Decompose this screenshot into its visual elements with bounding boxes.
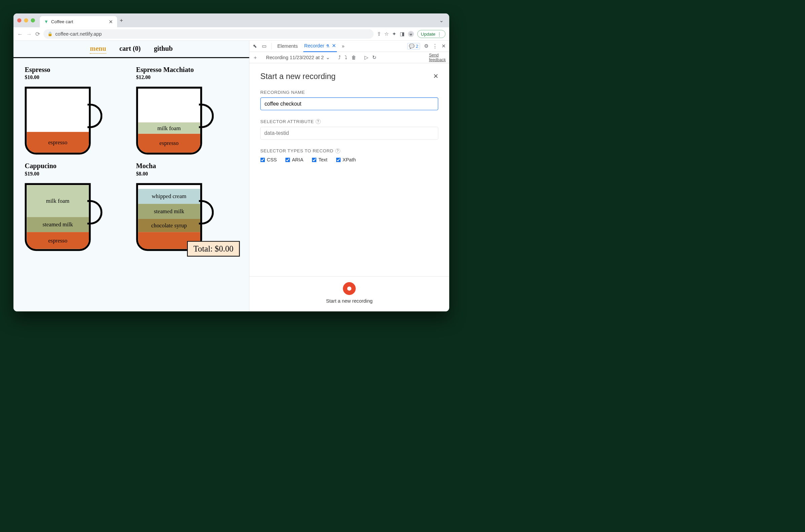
help-icon[interactable]: ? — [335, 149, 340, 154]
menu-item-mocha: Mocha $8.00 whipped cream steamed milk c… — [136, 162, 238, 251]
kebab-menu-icon[interactable]: ⋮ — [433, 43, 438, 49]
reload-button[interactable]: ⟳ — [35, 31, 40, 37]
send-feedback-link[interactable]: Send feedback — [429, 53, 446, 62]
layer-steamedmilk: steamed milk — [138, 204, 200, 219]
replay-icon[interactable]: ▷ — [364, 55, 368, 60]
menu-item-cappucino: Cappucino $19.00 milk foam steamed milk … — [25, 162, 127, 251]
layer-milkfoam: milk foam — [26, 185, 89, 217]
layer-chocolate: chocolate syrup — [138, 219, 200, 232]
checkbox-aria[interactable]: ARIA — [286, 157, 303, 163]
profile-avatar[interactable]: ◒ — [408, 31, 414, 37]
tabs-dropdown-icon[interactable]: ⌄ — [439, 17, 443, 23]
cup-handle — [199, 200, 214, 225]
delete-icon[interactable]: 🗑 — [351, 55, 356, 60]
coffee-cup[interactable]: milk foam espresso — [136, 83, 215, 155]
window-titlebar: ▼ Coffee cart ✕ + ⌄ — [14, 14, 449, 27]
menu-item-espresso: Espresso $10.00 espresso — [25, 65, 127, 154]
performance-icon[interactable]: ↻ — [372, 55, 376, 60]
devtools-tabbar: ⬉ ▭ Elements Recorder ⚗ ✕ » 💬 2 ⚙ ⋮ — [249, 41, 449, 52]
item-name: Espresso Macchiato — [136, 65, 238, 74]
new-tab-button[interactable]: + — [120, 17, 123, 23]
flask-icon: ⚗ — [326, 44, 329, 49]
layer-steamedmilk: steamed milk — [26, 217, 89, 232]
start-recording-button[interactable] — [343, 282, 356, 295]
coffee-cup[interactable]: milk foam steamed milk espresso — [25, 179, 104, 251]
selector-attr-input[interactable] — [260, 127, 439, 139]
coffee-cup[interactable]: whipped cream steamed milk chocolate syr… — [136, 179, 215, 251]
device-toggle-icon[interactable]: ▭ — [262, 43, 267, 49]
close-window-button[interactable] — [17, 19, 21, 22]
extensions-icon[interactable]: ✦ — [392, 31, 396, 37]
bookmark-icon[interactable]: ☆ — [384, 31, 389, 37]
recording-select[interactable]: Recording 11/23/2022 at 2 ⌄ — [266, 55, 330, 60]
layer-whipped: whipped cream — [138, 189, 200, 204]
content-area: menu cart (0) github Espresso $10.00 esp… — [14, 41, 449, 311]
close-tab-icon[interactable]: ✕ — [332, 43, 336, 49]
item-price: $8.00 — [136, 171, 238, 177]
item-name: Espresso — [25, 65, 127, 74]
recorder-body: Start a new recording ✕ RECORDING NAME S… — [249, 63, 449, 277]
recording-name-label: RECORDING NAME — [260, 90, 439, 95]
menu-item-macchiato: Espresso Macchiato $12.00 milk foam espr… — [136, 65, 238, 154]
nav-link-cart[interactable]: cart (0) — [120, 45, 141, 54]
nav-link-menu[interactable]: menu — [90, 45, 106, 54]
import-icon[interactable]: ⤵ — [345, 55, 347, 60]
sidepanel-icon[interactable]: ◨ — [400, 31, 404, 37]
back-button[interactable]: ← — [17, 31, 23, 37]
traffic-lights — [17, 19, 35, 22]
recorder-toolbar: ＋ Recording 11/23/2022 at 2 ⌄ ⤴ ⤵ 🗑 ▷ ↻ … — [249, 52, 449, 63]
selector-types-label: SELECTOR TYPES TO RECORD ? — [260, 148, 439, 154]
checkbox-css[interactable]: CSS — [260, 157, 277, 163]
vue-favicon-icon: ▼ — [44, 19, 49, 24]
cup-handle — [88, 103, 103, 128]
page-nav: menu cart (0) github — [14, 41, 249, 58]
selector-attr-label: SELECTOR ATTRIBUTE ? — [260, 119, 439, 125]
url-toolbar: ← → ⟳ 🔒 coffee-cart.netlify.app ⇧ ☆ ✦ ◨ … — [14, 27, 449, 40]
forward-button[interactable]: → — [26, 31, 32, 37]
add-recording-icon[interactable]: ＋ — [253, 54, 258, 61]
help-icon[interactable]: ? — [316, 119, 321, 124]
start-recording-label: Start a new recording — [249, 298, 449, 304]
checkbox-xpath[interactable]: XPath — [336, 157, 356, 163]
settings-icon[interactable]: ⚙ — [424, 43, 428, 49]
browser-tab[interactable]: ▼ Coffee cart ✕ — [40, 16, 117, 27]
export-icon[interactable]: ⤴ — [338, 55, 341, 60]
address-bar[interactable]: 🔒 coffee-cart.netlify.app — [43, 29, 373, 39]
panel-heading: Start a new recording — [260, 72, 439, 81]
issues-badge[interactable]: 💬 2 — [407, 43, 420, 50]
cart-total[interactable]: Total: $0.00 — [187, 241, 240, 256]
coffee-cup[interactable]: espresso — [25, 83, 104, 155]
cup-handle — [88, 200, 103, 225]
layer-espresso: espresso — [138, 134, 200, 153]
devtools-panel: ⬉ ▭ Elements Recorder ⚗ ✕ » 💬 2 ⚙ ⋮ — [249, 41, 449, 311]
close-panel-icon[interactable]: ✕ — [433, 72, 439, 80]
item-price: $19.00 — [25, 171, 127, 177]
share-icon[interactable]: ⇧ — [377, 31, 381, 37]
browser-window: ▼ Coffee cart ✕ + ⌄ ← → ⟳ 🔒 coffee-cart.… — [14, 14, 449, 311]
more-tabs-icon[interactable]: » — [342, 43, 344, 49]
item-name: Mocha — [136, 162, 238, 170]
minimize-window-button[interactable] — [24, 19, 28, 22]
menu-grid: Espresso $10.00 espresso Espresso Macchi… — [14, 58, 249, 259]
close-tab-icon[interactable]: ✕ — [109, 19, 113, 24]
item-price: $12.00 — [136, 74, 238, 80]
nav-link-github[interactable]: github — [154, 45, 172, 54]
tab-elements[interactable]: Elements — [277, 41, 298, 52]
tab-recorder[interactable]: Recorder ⚗ ✕ — [303, 41, 336, 52]
lock-icon: 🔒 — [48, 31, 53, 36]
selector-types-row: CSS ARIA Text XPath — [260, 157, 439, 163]
layer-milkfoam: milk foam — [138, 122, 200, 134]
close-devtools-icon[interactable]: ✕ — [441, 43, 445, 49]
recorder-footer: Start a new recording — [249, 277, 449, 311]
checkbox-text[interactable]: Text — [312, 157, 327, 163]
item-price: $10.00 — [25, 74, 127, 80]
recording-name-input[interactable] — [260, 97, 439, 110]
tab-title: Coffee cart — [51, 19, 106, 24]
url-text: coffee-cart.netlify.app — [55, 31, 102, 37]
chat-icon: 💬 — [409, 43, 415, 49]
layer-espresso: espresso — [26, 232, 89, 249]
item-name: Cappucino — [25, 162, 127, 170]
update-button[interactable]: Update⋮ — [417, 30, 445, 38]
maximize-window-button[interactable] — [31, 19, 35, 22]
inspect-icon[interactable]: ⬉ — [253, 43, 257, 49]
